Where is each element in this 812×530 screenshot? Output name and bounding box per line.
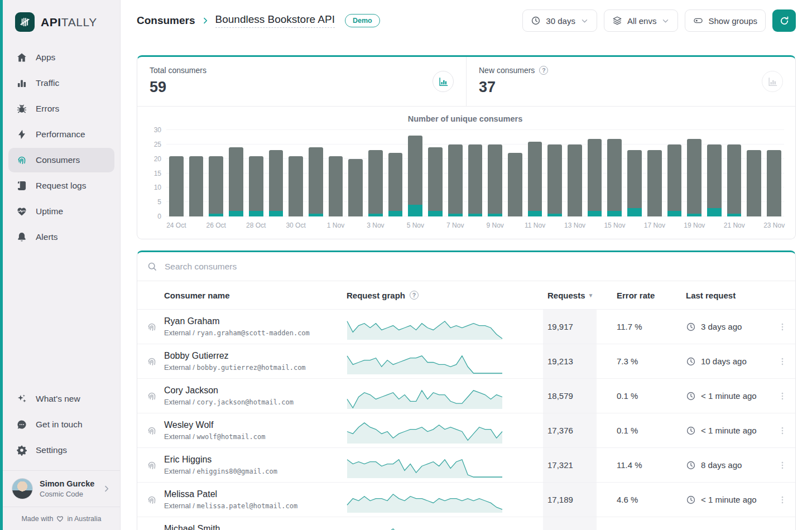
toggle-icon (693, 16, 703, 26)
consumer-row-michael-smith[interactable]: Michael Smith External / michael.smith@h… (137, 517, 795, 530)
row-menu-button[interactable] (770, 391, 795, 401)
heart-icon (56, 514, 64, 523)
sort-desc-icon: ▼ (588, 292, 594, 298)
sidebar-item-what-s-new[interactable]: What's new (8, 387, 114, 411)
x-axis-label: 7 Nov (446, 221, 464, 229)
sidebar-item-label: Performance (36, 129, 85, 139)
chart-bar (684, 139, 704, 217)
column-header-last-request[interactable]: Last request (686, 291, 770, 300)
stats-row: Total consumers 59 New consumers ? 37 (137, 57, 795, 107)
clock-icon (686, 426, 696, 436)
sidebar-item-uptime[interactable]: Uptime (8, 199, 114, 224)
consumer-row-cory-jackson[interactable]: Cory Jackson External / cory.jackson@hot… (137, 378, 795, 413)
sidebar-footer-nav: What's newGet in touchSettings (3, 387, 120, 462)
help-icon[interactable]: ? (539, 66, 548, 75)
error-rate-value: 11.7 % (597, 322, 686, 331)
chart-bars (166, 130, 784, 216)
chart-bar (624, 150, 645, 216)
sparkles-icon (16, 393, 27, 404)
last-request-value: < 1 minute ago (686, 391, 770, 401)
sidebar-item-performance[interactable]: Performance (8, 122, 114, 147)
error-rate-value: 11.4 % (597, 460, 686, 470)
consumer-name: Ryan Graham (164, 316, 347, 326)
x-axis-label: 19 Nov (684, 221, 705, 229)
chart-bar (326, 156, 346, 217)
requests-value: 18,579 (543, 379, 597, 413)
sidebar-item-settings[interactable]: Settings (8, 438, 114, 462)
consumer-row-wesley-wolf[interactable]: Wesley Wolf External / wwolf@hotmail.com… (137, 413, 795, 447)
sidebar-item-alerts[interactable]: Alerts (8, 225, 114, 249)
chevron-right-icon (201, 16, 210, 25)
sidebar-item-errors[interactable]: Errors (8, 97, 114, 121)
fingerprint-icon (146, 391, 157, 402)
column-header-error-rate[interactable]: Error rate (597, 291, 686, 300)
chart-bar (405, 136, 425, 216)
sidebar-item-label: What's new (36, 394, 80, 404)
fingerprint-icon (146, 460, 157, 471)
request-sparkline (347, 417, 543, 444)
user-card[interactable]: Simon Gurcke Cosmic Code (3, 470, 120, 507)
app-selector[interactable]: Boundless Bookstore API (215, 13, 335, 28)
column-header-consumer-name[interactable]: Consumer name (164, 291, 347, 300)
consumer-type-email: External / cory.jackson@hotmail.com (164, 398, 347, 406)
bug-icon (16, 103, 27, 114)
row-menu-button[interactable] (770, 322, 795, 332)
chart-toggle-button[interactable] (433, 71, 454, 92)
request-sparkline (347, 383, 543, 409)
chart-bar (545, 144, 565, 216)
x-axis-label: 30 Oct (286, 221, 305, 229)
app-logo[interactable]: APITALLY (3, 0, 120, 45)
column-header-requests[interactable]: Requests ▼ (543, 291, 597, 300)
consumer-type-email: External / melissa.patel@hotmail.com (164, 502, 347, 510)
consumer-type-email: External / wwolf@hotmail.com (164, 432, 347, 441)
chart-bar (525, 142, 545, 216)
sidebar-item-label: Settings (36, 445, 67, 455)
stat-new-consumers: New consumers ? 37 (467, 57, 795, 106)
x-axis-label: 3 Nov (367, 221, 384, 229)
consumer-row-bobby-gutierrez[interactable]: Bobby Gutierrez External / bobby.gutierr… (137, 344, 795, 378)
sidebar-item-consumers[interactable]: Consumers (8, 148, 114, 172)
env-select[interactable]: All envs (604, 9, 679, 32)
header-controls: 30 days All envs Show groups (522, 9, 796, 32)
row-menu-button[interactable] (770, 495, 795, 505)
sidebar-item-get-in-touch[interactable]: Get in touch (8, 412, 114, 437)
row-menu-button[interactable] (770, 356, 795, 367)
fingerprint-icon (146, 356, 157, 367)
period-select[interactable]: 30 days (522, 9, 597, 32)
consumer-row-ryan-graham[interactable]: Ryan Graham External / ryan.graham@scott… (137, 309, 795, 344)
app-logo-text: APITALLY (41, 16, 97, 29)
chart-bar (645, 150, 665, 216)
scroll-icon (16, 180, 27, 191)
consumer-row-melissa-patel[interactable]: Melissa Patel External / melissa.patel@h… (137, 482, 795, 517)
row-menu-button[interactable] (770, 426, 795, 436)
consumer-type-email: External / ehiggins80@gmail.com (164, 467, 347, 475)
chart-bar (345, 159, 366, 216)
chart-toggle-button[interactable] (762, 71, 783, 92)
chart-bar (505, 153, 525, 216)
breadcrumb-section: Consumers (137, 15, 195, 27)
clock-icon (686, 322, 696, 332)
request-sparkline (347, 486, 543, 513)
stat-value: 59 (150, 79, 454, 96)
chart-bar (764, 150, 784, 216)
x-axis-label: 21 Nov (724, 221, 745, 229)
refresh-button[interactable] (772, 9, 796, 32)
row-menu-button[interactable] (770, 460, 795, 470)
breadcrumb: Consumers Boundless Bookstore API Demo (137, 13, 380, 28)
chart-bar (226, 147, 246, 216)
chart-bar (286, 156, 306, 217)
search-input[interactable] (165, 262, 786, 272)
sidebar-item-traffic[interactable]: Traffic (8, 71, 114, 95)
help-icon[interactable]: ? (410, 291, 419, 300)
stat-value: 37 (479, 79, 783, 96)
x-axis-label: 13 Nov (564, 221, 585, 229)
show-groups-button[interactable]: Show groups (685, 9, 766, 32)
consumers-overview-card: Total consumers 59 New consumers ? 37 (137, 55, 796, 239)
sidebar-item-request-logs[interactable]: Request logs (8, 174, 114, 198)
sidebar-item-apps[interactable]: Apps (8, 45, 114, 70)
stat-label: New consumers (479, 66, 535, 75)
consumer-row-eric-higgins[interactable]: Eric Higgins External / ehiggins80@gmail… (137, 447, 795, 482)
chart-bar (724, 144, 744, 216)
sidebar-item-label: Errors (36, 104, 59, 114)
column-header-request-graph[interactable]: Request graph ? (347, 291, 543, 300)
